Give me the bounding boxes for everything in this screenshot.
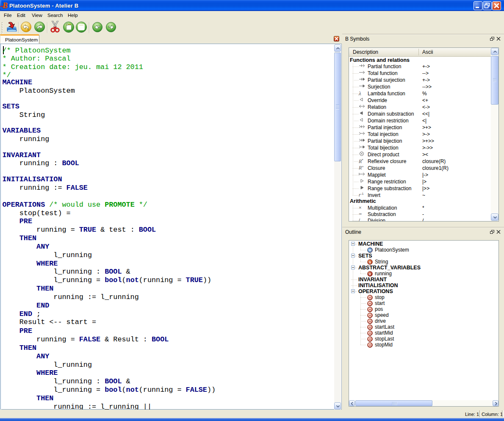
svg-text:M: M xyxy=(368,248,371,252)
svg-text:v: v xyxy=(369,272,371,276)
svg-text:s: s xyxy=(369,260,371,264)
